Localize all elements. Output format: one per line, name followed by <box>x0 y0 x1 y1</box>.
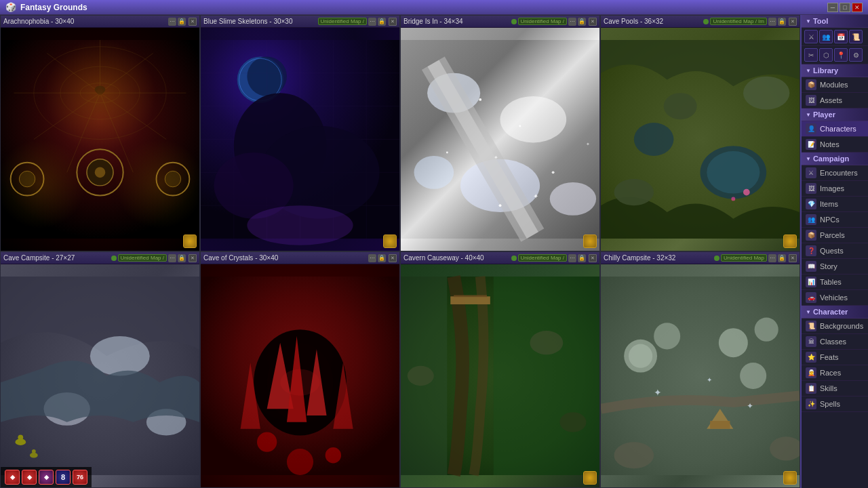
sidebar-item-vehicles[interactable]: 🚗 Vehicles <box>802 290 868 306</box>
map-icons-bridge: Unidentified Map / ⋯ 🔒 <box>511 18 586 26</box>
svg-text:✦: ✦ <box>494 155 498 161</box>
sidebar-item-spells[interactable]: ✨ Spells <box>802 396 868 412</box>
sidebar-item-tables[interactable]: 📊 Tables <box>802 274 868 290</box>
map-lock-icon5[interactable]: 🔒 <box>178 254 186 262</box>
sidebar-item-parcels[interactable]: 📦 Parcels <box>802 228 868 243</box>
dice-2[interactable]: ◆ <box>22 470 37 485</box>
map-menu-icon8[interactable]: ⋯ <box>768 254 776 262</box>
map-menu-icon3[interactable]: ⋯ <box>568 18 576 26</box>
sidebar-item-assets[interactable]: 🖼 Assets <box>802 93 868 108</box>
map-menu-icon5[interactable]: ⋯ <box>168 254 176 262</box>
svg-point-96 <box>654 323 680 349</box>
map-close-btn7[interactable]: ✕ <box>589 254 597 262</box>
sidebar-item-items[interactable]: 💎 Items <box>802 197 868 212</box>
items-icon: 💎 <box>806 199 816 209</box>
map-title-cavern-causeway: Cavern Causeway - 40×40 <box>403 254 509 262</box>
map-menu-icon2[interactable]: ⋯ <box>368 18 376 26</box>
svg-point-81 <box>257 432 277 452</box>
dice-3[interactable]: ◆ <box>39 470 54 485</box>
close-button[interactable]: ✕ <box>852 3 863 12</box>
map-icons-chilly-campsite: Unidentified Map ⋯ 🔒 <box>714 254 786 262</box>
map-lock-icon7[interactable]: 🔒 <box>578 254 586 262</box>
map-close-btn4[interactable]: ✕ <box>789 18 797 26</box>
sidebar-item-skills[interactable]: 📋 Skills <box>802 381 868 396</box>
map-window-cave-pools[interactable]: Cave Pools - 36×32 Unidentified Map / Im… <box>600 15 800 251</box>
triangle-character: ▼ <box>806 309 811 315</box>
minimize-button[interactable]: ─ <box>827 3 838 12</box>
sidebar-item-races[interactable]: 🧝 Races <box>802 365 868 381</box>
map-close-btn2[interactable]: ✕ <box>389 18 397 26</box>
dice-5[interactable]: 76 <box>73 470 87 485</box>
notes-label: Notes <box>820 140 840 148</box>
map-close-btn[interactable]: ✕ <box>189 18 197 26</box>
svg-point-58 <box>707 151 760 194</box>
svg-point-95 <box>629 344 652 368</box>
sidebar-item-backgrounds[interactable]: 📜 Backgrounds <box>802 319 868 334</box>
map-win-controls-cavern-causeway: ✕ <box>589 254 597 262</box>
dice-4[interactable]: 8 <box>56 470 71 485</box>
tool-cut[interactable]: ✂ <box>804 48 818 62</box>
tool-calendar[interactable]: 📅 <box>834 30 848 43</box>
map-window-arachnophobia[interactable]: Arachnophobia - 30×40 ⋯ 🔒 ✕ <box>0 15 200 251</box>
map-lock-icon3[interactable]: 🔒 <box>578 18 586 26</box>
map-title-cave-campsite: Cave Campsite - 27×27 <box>3 254 108 262</box>
map-window-cave-crystals[interactable]: Cave of Crystals - 30×40 ⋯ 🔒 ✕ <box>200 251 400 488</box>
sidebar-item-quests[interactable]: ❓ Quests <box>802 243 868 259</box>
map-titlebar-cave-crystals: Cave of Crystals - 30×40 ⋯ 🔒 ✕ <box>201 252 399 264</box>
map-window-cavern-causeway[interactable]: Cavern Causeway - 40×40 Unidentified Map… <box>400 251 600 488</box>
tool-scroll[interactable]: 📜 <box>849 30 863 43</box>
map-window-blue-slime[interactable]: Blue Slime Skeletons - 30×30 Unidentifie… <box>200 15 400 251</box>
sidebar-item-encounters[interactable]: ⚔ Encounters <box>802 165 868 181</box>
sidebar-item-images[interactable]: 🖼 Images <box>802 181 868 197</box>
sidebar-item-notes[interactable]: 📝 Notes <box>802 137 868 152</box>
map-window-cave-campsite[interactable]: Cave Campsite - 27×27 Unidentified Map /… <box>0 251 200 488</box>
tool-hex[interactable]: ⬡ <box>819 48 833 62</box>
skills-label: Skills <box>820 384 837 392</box>
map-window-chilly-campsite[interactable]: Chilly Campsite - 32×32 Unidentified Map… <box>600 251 800 488</box>
tables-label: Tables <box>820 278 842 286</box>
svg-point-71 <box>30 453 38 458</box>
map-corner-gold-cavern-causeway <box>583 471 597 485</box>
map-menu-icon[interactable]: ⋯ <box>168 18 176 26</box>
sidebar-item-characters[interactable]: 👤 Characters <box>802 121 868 137</box>
map-lock-icon6[interactable]: 🔒 <box>378 254 386 262</box>
map-close-btn6[interactable]: ✕ <box>389 254 397 262</box>
map-close-btn5[interactable]: ✕ <box>189 254 197 262</box>
map-win-controls-chilly-campsite: ✕ <box>789 254 797 262</box>
tool-pin[interactable]: 📍 <box>834 48 848 62</box>
map-menu-icon4[interactable]: ⋯ <box>768 18 776 26</box>
map-lock-icon8[interactable]: 🔒 <box>778 254 786 262</box>
map-close-btn8[interactable]: ✕ <box>789 254 797 262</box>
sidebar-item-feats[interactable]: ⭐ Feats <box>802 350 868 365</box>
map-lock-icon4[interactable]: 🔒 <box>778 18 786 26</box>
map-icons-cavern-causeway: Unidentified Map / ⋯ 🔒 <box>511 254 586 262</box>
svg-line-4 <box>100 93 167 139</box>
map-lock-icon[interactable]: 🔒 <box>178 18 186 26</box>
map-close-btn3[interactable]: ✕ <box>589 18 597 26</box>
map-menu-icon7[interactable]: ⋯ <box>568 254 576 262</box>
sidebar-item-story[interactable]: 📖 Story <box>802 259 868 274</box>
svg-point-12 <box>34 47 166 140</box>
map-window-bridge[interactable]: Bridge Is In - 34×34 Unidentified Map / … <box>400 15 600 251</box>
dice-1[interactable]: ◆ <box>5 470 20 485</box>
tool-sword[interactable]: ⚔ <box>804 30 818 43</box>
map-win-controls-bridge: ✕ <box>589 18 597 26</box>
unid-badge-bridge: Unidentified Map / <box>518 18 567 25</box>
tool-people[interactable]: 👥 <box>819 30 833 43</box>
map-win-controls-cave-campsite: ✕ <box>189 254 197 262</box>
titlebar-title-area: 🎲 Fantasy Grounds <box>5 2 87 12</box>
sidebar-item-classes[interactable]: 🏛 Classes <box>802 334 868 350</box>
svg-text:✦: ✦ <box>586 142 590 146</box>
maximize-button[interactable]: □ <box>840 3 850 12</box>
sidebar-item-modules[interactable]: 📦 Modules <box>802 77 868 93</box>
main-layout: Arachnophobia - 30×40 ⋯ 🔒 ✕ <box>0 15 868 488</box>
svg-point-91 <box>530 331 563 354</box>
svg-point-39 <box>247 205 353 245</box>
map-lock-icon2[interactable]: 🔒 <box>378 18 386 26</box>
tool-gear[interactable]: ⚙ <box>849 48 863 62</box>
map-menu-icon6[interactable]: ⋯ <box>368 254 376 262</box>
tool-row-1: ⚔ 👥 📅 📜 <box>802 28 868 46</box>
map-content-cave-pools <box>601 28 800 251</box>
tables-icon: 📊 <box>806 277 816 287</box>
sidebar-item-npcs[interactable]: 👥 NPCs <box>802 212 868 228</box>
